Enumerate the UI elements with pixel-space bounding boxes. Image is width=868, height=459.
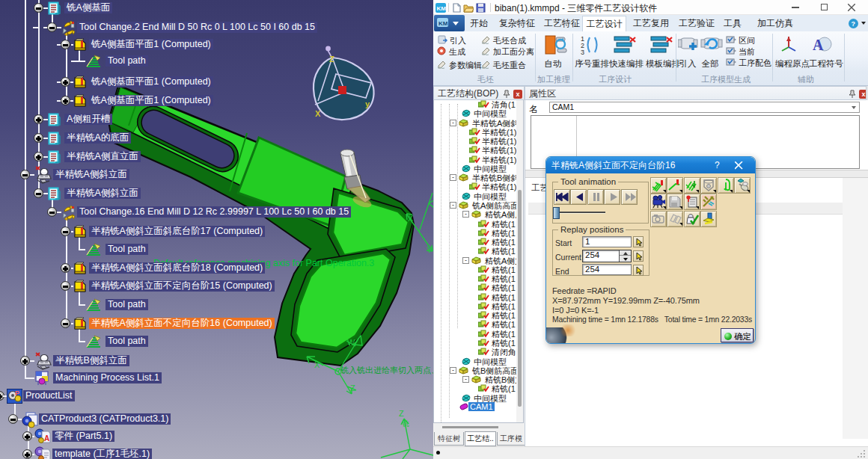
svg-text:铣入铣出进给率切入两点、铣削: 铣入铣出进给率切入两点、铣削 — [340, 366, 434, 375]
svg-text:?: ? — [852, 20, 856, 28]
svg-text:X: X — [315, 109, 321, 118]
svg-text:Z: Z — [329, 55, 334, 64]
svg-text:P: P — [15, 389, 19, 397]
svg-text:3: 3 — [581, 49, 584, 55]
svg-text:KM: KM — [437, 5, 447, 12]
svg-text:W: W — [347, 338, 355, 347]
svg-text:A: A — [44, 434, 49, 443]
svg-text:KM: KM — [438, 20, 448, 27]
svg-text:A: A — [813, 37, 824, 53]
svg-text:X: X — [314, 360, 320, 369]
svg-text:X: X — [408, 214, 414, 223]
svg-text:y: y — [365, 99, 370, 108]
svg-text:Z: Z — [399, 409, 404, 418]
svg-text:Z: Z — [350, 383, 355, 392]
svg-text:铣: 铣 — [402, 419, 409, 428]
svg-text:Y: Y — [427, 245, 433, 254]
